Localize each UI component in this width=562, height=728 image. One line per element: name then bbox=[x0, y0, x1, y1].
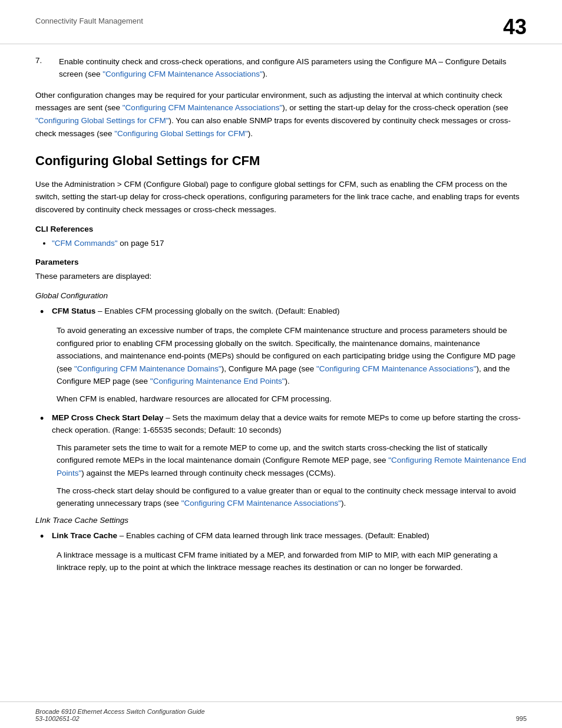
header-title: Connectivity Fault Management bbox=[35, 17, 143, 25]
link-remote-mep[interactable]: "Configuring Remote Maintenance End Poin… bbox=[57, 456, 526, 477]
footer-doc-number: 53-1002651-02 bbox=[35, 715, 80, 722]
step-7-block: 7. Enable continuity check and cross-che… bbox=[35, 56, 527, 81]
page-footer: Brocade 6910 Ethernet Access Switch Conf… bbox=[0, 701, 562, 728]
link-trace-cache-content: Link Trace Cache – Enables caching of CF… bbox=[52, 529, 429, 544]
step7-link[interactable]: "Configuring CFM Maintenance Association… bbox=[103, 70, 262, 78]
cli-reference-item: "CFM Commands" on page 517 bbox=[52, 237, 527, 250]
link-trace-cache-name: Link Trace Cache bbox=[52, 531, 117, 540]
global-config-label: Global Configuration bbox=[35, 291, 527, 300]
page: Connectivity Fault Management 43 7. Enab… bbox=[0, 0, 562, 728]
cli-references-list: "CFM Commands" on page 517 bbox=[35, 237, 527, 250]
parameters-intro: These parameters are displayed: bbox=[35, 270, 527, 283]
bullet-dot-2: • bbox=[35, 411, 52, 437]
cfm-status-desc: – Enables CFM processing globally on the… bbox=[98, 307, 339, 315]
cfm-status-indent-1: To avoid generating an excessive number … bbox=[35, 324, 527, 388]
link-cfm-ma-2[interactable]: "Configuring CFM Maintenance Association… bbox=[316, 364, 476, 373]
step-number: 7. bbox=[35, 56, 49, 81]
link-global-cfm-1[interactable]: "Configuring Global Settings for CFM" bbox=[35, 116, 168, 125]
section-intro: Use the Administration > CFM (Configure … bbox=[35, 178, 527, 216]
link-cfm-ma-1[interactable]: "Configuring CFM Maintenance Association… bbox=[123, 103, 282, 112]
cfm-status-content: CFM Status – Enables CFM processing glob… bbox=[52, 305, 339, 319]
link-cfm-mep[interactable]: "Configuring Maintenance End Points" bbox=[150, 377, 285, 386]
mep-cross-check-indent-2: The cross-check start delay should be co… bbox=[35, 485, 527, 510]
param-link-trace-bullet: • Link Trace Cache – Enables caching of … bbox=[35, 529, 527, 544]
paragraph-1: Other configuration changes may be requi… bbox=[35, 89, 527, 140]
header-page-number: 43 bbox=[503, 17, 527, 38]
cfm-status-indent-2: When CFM is enabled, hardware resources … bbox=[35, 393, 527, 406]
parameters-heading: Parameters bbox=[35, 258, 527, 266]
footer-left: Brocade 6910 Ethernet Access Switch Conf… bbox=[35, 708, 205, 722]
page-header: Connectivity Fault Management 43 bbox=[0, 0, 562, 44]
param-link-trace-cache: • Link Trace Cache – Enables caching of … bbox=[35, 529, 527, 574]
footer-page-number: 995 bbox=[516, 715, 527, 722]
param-mep-cross-check: • MEP Cross Check Start Delay – Sets the… bbox=[35, 411, 527, 510]
cfm-status-name: CFM Status bbox=[52, 307, 95, 315]
link-global-cfm-2[interactable]: "Configuring Global Settings for CFM" bbox=[114, 129, 247, 138]
link-cfm-ma-3[interactable]: "Configuring CFM Maintenance Association… bbox=[181, 499, 341, 508]
step-7-text: Enable continuity check and cross-check … bbox=[59, 56, 527, 81]
bullet-dot-3: • bbox=[35, 529, 52, 544]
cli-references-heading: CLI References bbox=[35, 225, 527, 233]
mep-cross-check-content: MEP Cross Check Start Delay – Sets the m… bbox=[52, 411, 527, 437]
param-cfm-status: • CFM Status – Enables CFM processing gl… bbox=[35, 305, 527, 406]
link-trace-cache-indent: A linktrace message is a multicast CFM f… bbox=[35, 549, 527, 574]
mep-cross-check-name: MEP Cross Check Start Delay bbox=[52, 413, 164, 422]
param-cfm-status-bullet: • CFM Status – Enables CFM processing gl… bbox=[35, 305, 527, 319]
link-trace-cache-desc: – Enables caching of CFM data learned th… bbox=[120, 531, 429, 540]
section-heading: Configuring Global Settings for CFM bbox=[35, 153, 527, 170]
link-cfm-md[interactable]: "Configuring CFM Maintenance Domains" bbox=[74, 364, 222, 373]
mep-cross-check-indent-1: This parameter sets the time to wait for… bbox=[35, 442, 527, 480]
param-mep-bullet: • MEP Cross Check Start Delay – Sets the… bbox=[35, 411, 527, 437]
cli-ref-page: on page 517 bbox=[118, 239, 164, 248]
cfm-commands-link[interactable]: "CFM Commands" bbox=[52, 239, 118, 248]
main-content: 7. Enable continuity check and cross-che… bbox=[0, 44, 562, 592]
footer-book-title: Brocade 6910 Ethernet Access Switch Conf… bbox=[35, 708, 205, 715]
link-trace-label: LInk Trace Cache Settings bbox=[35, 516, 527, 525]
bullet-dot: • bbox=[35, 305, 52, 319]
